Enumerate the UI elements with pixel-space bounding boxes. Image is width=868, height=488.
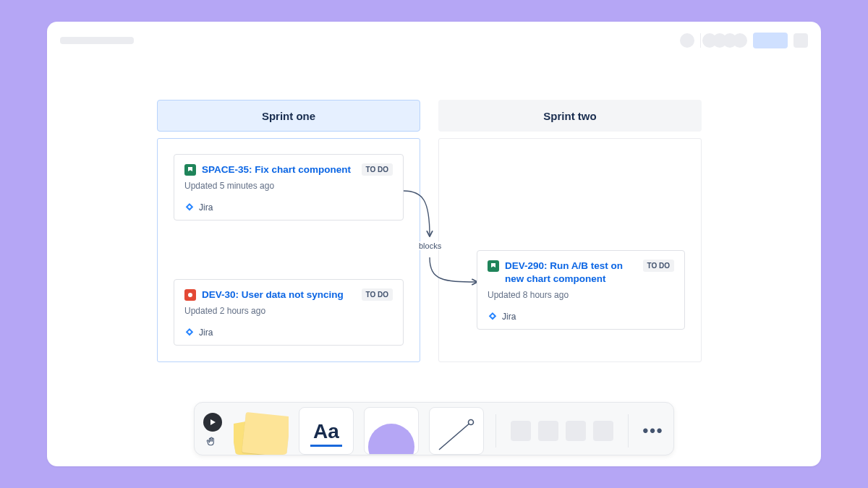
card-title: DEV-290: Run A/B test on new chart compo…: [505, 260, 633, 286]
card-source: Jira: [184, 202, 393, 213]
jira-icon: [184, 328, 195, 338]
more-tools-button[interactable]: •••: [640, 407, 666, 455]
avatar-placeholder: [733, 33, 747, 48]
top-bar: [47, 32, 821, 49]
status-badge: TO DO: [362, 163, 393, 176]
shape-tool[interactable]: [364, 407, 419, 455]
jira-card-dev-290[interactable]: DEV-290: Run A/B test on new chart compo…: [477, 250, 685, 330]
column-header-sprint-one[interactable]: Sprint one: [157, 100, 420, 132]
card-updated: Updated 2 hours ago: [184, 306, 393, 316]
cursor-tool-group: [202, 407, 224, 455]
svg-point-0: [188, 293, 192, 297]
story-icon: [184, 164, 196, 176]
card-title: SPACE-35: Fix chart component: [202, 163, 352, 176]
pointer-tool[interactable]: [203, 413, 222, 432]
bottom-toolbar: Aa •••: [194, 402, 674, 455]
toolbar-separator: [628, 414, 629, 448]
column-title: Sprint two: [543, 110, 596, 122]
tool-placeholder[interactable]: [593, 421, 613, 441]
share-button-placeholder[interactable]: [753, 33, 788, 48]
line-tool[interactable]: [429, 407, 484, 455]
user-avatar-placeholder[interactable]: [680, 33, 694, 48]
card-source-label: Jira: [502, 312, 516, 322]
top-right-controls: [680, 33, 808, 48]
card-source: Jira: [488, 312, 674, 322]
toolbar-separator: [495, 414, 496, 448]
template-tools-placeholder: [508, 407, 616, 455]
column-title: Sprint one: [262, 110, 315, 122]
app-window: Sprint one Sprint two blocks: [47, 22, 821, 466]
status-badge: TO DO: [643, 260, 674, 272]
card-source: Jira: [184, 328, 393, 338]
divider: [700, 33, 701, 48]
svg-point-2: [469, 420, 474, 425]
column-header-sprint-two[interactable]: Sprint two: [438, 100, 702, 132]
svg-line-1: [439, 422, 471, 450]
card-source-label: Jira: [199, 202, 213, 213]
tool-placeholder[interactable]: [511, 421, 531, 441]
status-badge: TO DO: [362, 288, 393, 301]
card-updated: Updated 8 hours ago: [488, 290, 674, 300]
title-placeholder: [60, 37, 134, 44]
sticky-note-tool[interactable]: [234, 407, 289, 455]
tool-placeholder[interactable]: [538, 421, 558, 441]
jira-card-dev-30[interactable]: DEV-30: User data not syncing TO DO Upda…: [174, 279, 404, 346]
hand-tool[interactable]: [203, 435, 219, 449]
jira-card-space-35[interactable]: SPACE-35: Fix chart component TO DO Upda…: [174, 154, 404, 221]
card-source-label: Jira: [199, 328, 213, 338]
card-updated: Updated 5 minutes ago: [184, 181, 393, 191]
bug-icon: [184, 289, 196, 301]
circle-shape-icon: [368, 424, 414, 455]
text-tool[interactable]: Aa: [299, 407, 354, 455]
menu-button-placeholder[interactable]: [793, 33, 808, 48]
tool-placeholder[interactable]: [566, 421, 586, 441]
story-icon: [488, 260, 499, 272]
card-title: DEV-30: User data not syncing: [202, 288, 352, 301]
collaborator-avatars[interactable]: [707, 33, 747, 48]
connector-label: blocks: [417, 241, 443, 250]
jira-icon: [488, 312, 498, 322]
text-tool-label: Aa: [310, 420, 342, 447]
jira-icon: [184, 202, 195, 213]
